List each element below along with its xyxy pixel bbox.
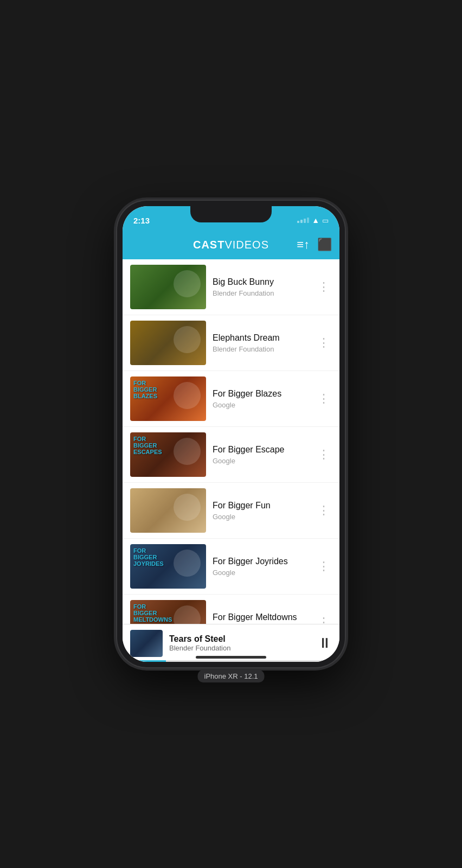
video-info: For Bigger FunGoogle xyxy=(213,500,309,521)
phone-frame: 2:13 ▲ ▭ CASTVIDEOS xyxy=(117,201,345,667)
signal-icon xyxy=(297,218,309,223)
video-list[interactable]: Big Buck BunnyBlender Foundation⋮Elephan… xyxy=(123,259,339,624)
more-options-button[interactable]: ⋮ xyxy=(316,336,332,350)
video-title: Big Buck Bunny xyxy=(213,277,309,288)
now-playing-thumb xyxy=(130,630,163,657)
video-thumbnail xyxy=(130,265,206,309)
video-thumbnail xyxy=(130,488,206,533)
video-title: For Bigger Meltdowns xyxy=(213,612,309,623)
list-item[interactable]: Elephants DreamBlender Foundation⋮ xyxy=(123,315,339,371)
thumbnail-text-overlay: FOR BIGGER BLAZES xyxy=(133,380,157,399)
more-options-button[interactable]: ⋮ xyxy=(316,448,332,462)
app-header: CASTVIDEOS ≡↑ ⬛ xyxy=(123,230,339,259)
device-label: iPhone XR - 12.1 xyxy=(197,670,264,682)
video-author: Blender Foundation xyxy=(213,345,309,353)
video-author: Google xyxy=(213,569,309,577)
progress-fill xyxy=(123,660,166,662)
list-item[interactable]: FOR BIGGER ESCAPESFor Bigger EscapeGoogl… xyxy=(123,427,339,483)
now-playing-author: Blender Foundation xyxy=(169,644,311,652)
list-item[interactable]: FOR BIGGER BLAZESFor Bigger BlazesGoogle… xyxy=(123,371,339,427)
list-item[interactable]: FOR BIGGER MELTDOWNSFor Bigger Meltdowns… xyxy=(123,595,339,624)
wifi-icon: ▲ xyxy=(312,216,319,225)
status-icons: ▲ ▭ xyxy=(297,212,329,225)
queue-icon[interactable]: ≡↑ xyxy=(297,238,310,252)
video-author: Google xyxy=(213,513,309,521)
cast-icon[interactable]: ⬛ xyxy=(317,238,332,252)
video-author: Google xyxy=(213,401,309,409)
video-title: For Bigger Blazes xyxy=(213,388,309,400)
videos-label: VIDEOS xyxy=(224,239,269,251)
list-item[interactable]: Big Buck BunnyBlender Foundation⋮ xyxy=(123,259,339,315)
more-options-button[interactable]: ⋮ xyxy=(316,503,332,518)
video-info: Elephants DreamBlender Foundation xyxy=(213,333,309,354)
video-info: For Bigger EscapeGoogle xyxy=(213,444,309,465)
thumbnail-text-overlay: FOR BIGGER JOYRIDES xyxy=(133,547,164,567)
video-thumbnail: FOR BIGGER ESCAPES xyxy=(130,432,206,477)
phone-screen: 2:13 ▲ ▭ CASTVIDEOS xyxy=(123,206,339,662)
video-info: For Bigger MeltdownsGoogle xyxy=(213,612,309,624)
now-playing-info: Tears of Steel Blender Foundation xyxy=(169,634,311,652)
video-title: For Bigger Joyrides xyxy=(213,556,309,567)
notch xyxy=(190,206,272,222)
status-time: 2:13 xyxy=(133,212,150,225)
video-title: Elephants Dream xyxy=(213,333,309,344)
video-title: For Bigger Fun xyxy=(213,500,309,512)
app-title: CASTVIDEOS xyxy=(193,239,269,251)
more-options-button[interactable]: ⋮ xyxy=(316,280,332,294)
video-author: Google xyxy=(213,457,309,465)
video-thumbnail: FOR BIGGER MELTDOWNS xyxy=(130,600,206,624)
now-playing-title: Tears of Steel xyxy=(169,634,311,644)
home-indicator[interactable] xyxy=(196,656,266,659)
more-options-button[interactable]: ⋮ xyxy=(316,559,332,573)
more-options-button[interactable]: ⋮ xyxy=(316,392,332,406)
thumbnail-text-overlay: FOR BIGGER MELTDOWNS xyxy=(133,603,172,623)
thumbnail-text-overlay: FOR BIGGER ESCAPES xyxy=(133,436,162,455)
video-thumbnail: FOR BIGGER JOYRIDES xyxy=(130,544,206,589)
pause-button[interactable]: ⏸ xyxy=(318,635,332,652)
list-item[interactable]: FOR BIGGER JOYRIDESFor Bigger JoyridesGo… xyxy=(123,539,339,595)
list-item[interactable]: For Bigger FunGoogle⋮ xyxy=(123,483,339,539)
video-info: Big Buck BunnyBlender Foundation xyxy=(213,277,309,298)
video-title: For Bigger Escape xyxy=(213,444,309,456)
video-thumbnail: FOR BIGGER BLAZES xyxy=(130,376,206,421)
more-options-button[interactable]: ⋮ xyxy=(316,615,332,624)
header-icons: ≡↑ ⬛ xyxy=(297,238,332,252)
video-info: For Bigger JoyridesGoogle xyxy=(213,556,309,577)
video-thumbnail xyxy=(130,321,206,365)
cast-label: CAST xyxy=(193,239,224,251)
battery-icon: ▭ xyxy=(322,216,329,225)
progress-bar xyxy=(123,660,339,662)
video-info: For Bigger BlazesGoogle xyxy=(213,388,309,410)
video-author: Blender Foundation xyxy=(213,289,309,297)
